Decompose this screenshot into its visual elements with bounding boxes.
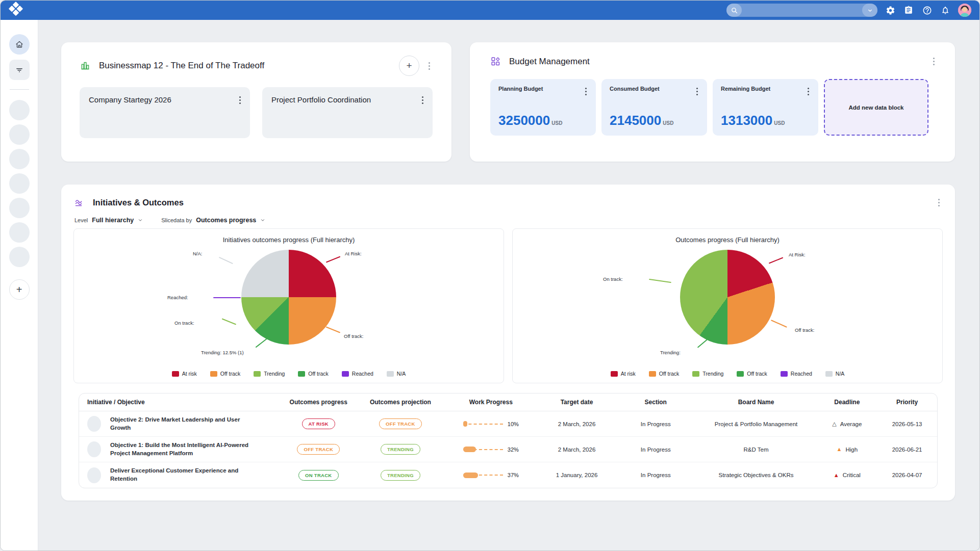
businessmap-logo-icon[interactable] [7,2,24,19]
callout-trending: Trending: 12.5% (1) [201,350,244,355]
callout-line [256,338,267,348]
sidebar-add-button[interactable]: + [9,279,30,300]
bar-chart-icon [80,60,91,71]
outcomes-progress-badge: AT RISK [302,418,335,429]
work-progress-value: 37% [508,472,519,478]
priority-date: 2026-04-07 [877,472,937,478]
callout-on-track: On track: [174,320,194,326]
filter-button[interactable] [9,60,30,80]
outcomes-projection-badge: OFF TRACK [379,418,422,429]
board-tile[interactable]: Company Startegy 2026 [80,87,250,138]
column-header: Section [616,399,695,406]
initiatives-outcomes-card: Initiatives & Outcomes Level Full hierar… [61,185,955,501]
board-tile[interactable]: Project Portfolio Coordination [262,87,433,138]
legend-item: Off track [298,371,328,377]
chevron-down-icon [260,218,265,223]
column-header: Priority [877,399,937,406]
section-value: In Progress [616,447,695,453]
objective-title: Objective 1: Build the Most Intelligent … [110,441,258,457]
sidebar-item-placeholder[interactable] [9,149,30,169]
initiatives-title: Initiatives & Outcomes [93,198,184,207]
outcomes-projection-badge: TRENDING [381,444,420,455]
left-sidebar: + [1,20,38,550]
budget-tile-label: Remaining Budget [721,86,805,92]
callout-line [649,279,671,283]
gear-icon[interactable] [885,5,896,16]
outcomes-pie-chart[interactable] [680,250,775,345]
callout-line [213,297,241,298]
sidebar-item-placeholder[interactable] [9,198,30,218]
budget-tile-kebab-icon[interactable] [693,86,701,97]
table-row[interactable]: Deliver Exceptional Customer Experience … [79,462,937,488]
chart-legend: At risk Off track Trending Off track Rea… [611,371,845,378]
help-icon[interactable] [921,5,933,16]
search-input[interactable] [742,4,877,17]
budget-card-kebab-icon[interactable] [930,56,938,67]
table-row[interactable]: Objective 1: Build the Most Intelligent … [79,437,937,462]
search-bar[interactable] [726,4,877,17]
sidebar-item-placeholder[interactable] [9,124,30,145]
column-header: Target date [537,399,616,406]
legend-item: Trending [254,371,285,377]
user-avatar[interactable] [958,4,971,17]
add-new-data-block-button[interactable]: Add new data block [824,79,928,136]
board-name: Project & Portfolio Management [695,421,817,427]
level-filter[interactable]: Level Full hierarchy [74,217,143,224]
legend-item: N/A [825,371,845,377]
search-icon[interactable] [726,4,742,17]
clipboard-icon[interactable] [903,5,914,16]
target-date: 2 March, 2026 [537,421,616,427]
legend-item: Off track [737,371,767,377]
initiatives-pie-chart[interactable] [241,250,336,345]
budget-currency: USD [774,120,785,126]
sidebar-divider [10,89,29,90]
outcomes-progress-badge: OFF TRACK [297,444,340,455]
board-card-kebab-icon[interactable] [425,60,433,72]
add-block-label: Add new data block [849,104,904,111]
bell-icon[interactable] [940,5,951,16]
data-blocks-icon [490,56,501,67]
home-button[interactable] [9,34,30,55]
chart-legend: At risk Off track Trending Off track Rea… [172,371,406,378]
table-row[interactable]: Objective 2: Drive Market Leadership and… [79,411,937,437]
budget-tile-consumed: Consumed Budget 2145000USD [601,79,707,136]
search-scope-chevron-icon[interactable] [862,4,877,17]
deadline-label: High [845,447,858,453]
objective-title: Objective 2: Drive Market Leadership and… [110,416,258,432]
target-date: 2 March, 2026 [537,447,616,453]
sidebar-item-placeholder[interactable] [9,100,30,120]
budget-tile-kebab-icon[interactable] [805,86,812,97]
sidebar-item-placeholder[interactable] [9,247,30,267]
callout-off-track: Off track: [795,327,814,333]
chart-title: Initiatives outcomes progress (Full hier… [223,236,355,244]
budget-currency: USD [551,120,562,126]
level-filter-label: Level [74,217,88,223]
row-avatar [87,467,101,483]
column-header: Work Progress [445,399,538,406]
legend-item: N/A [387,371,406,377]
callout-on-track: On track: [603,276,623,282]
column-header: Initiative / Objective [79,399,281,406]
sidebar-item-placeholder[interactable] [9,173,30,194]
callout-line [326,326,340,333]
work-progress-value: 10% [508,421,519,427]
priority-date: 2026-06-21 [877,447,937,453]
board-tile-kebab-icon[interactable] [419,94,426,106]
callout-at-risk: At Risk: [789,252,806,257]
deadline-label: Critical [843,472,861,478]
callout-at-risk: At Risk: [345,251,362,256]
main-content: Businessmap 12 - The End of The Tradeoff… [38,20,979,550]
budget-tile-kebab-icon[interactable] [582,86,590,97]
budget-management-card: Budget Management Planning Budget 325000… [470,42,955,162]
work-progress-bar [463,473,503,478]
column-header: Outcomes projection [356,399,444,406]
initiatives-kebab-icon[interactable] [935,197,943,208]
slicedata-filter[interactable]: Slicedata by Outcomes progress [161,217,265,224]
budget-tile-value: 1313000USD [721,113,812,128]
sidebar-item-placeholder[interactable] [9,222,30,243]
board-tile-kebab-icon[interactable] [236,94,244,106]
work-progress-bar [463,447,503,452]
budget-tile-remaining: Remaining Budget 1313000USD [713,79,818,136]
board-tile-title: Company Startegy 2026 [89,94,236,104]
add-board-button[interactable]: + [399,56,419,76]
